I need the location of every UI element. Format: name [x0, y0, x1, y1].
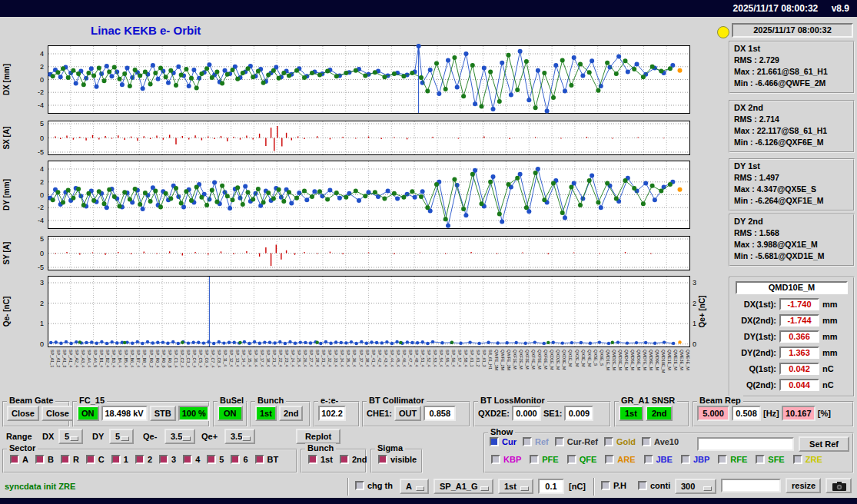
chg-th-checkbox[interactable]: chg th: [355, 481, 393, 490]
snsr-2nd-button[interactable]: 2nd: [646, 406, 673, 421]
stats-panel-dy-2nd: DY 2nd RMS : 1.568 Max : 3.988@QX1E_M Mi…: [729, 214, 855, 267]
bunch-2nd-button[interactable]: 2nd: [279, 406, 304, 421]
busel-on-button[interactable]: ON: [218, 406, 243, 421]
checkbox-c[interactable]: C: [86, 455, 105, 464]
checkbox-3[interactable]: 3: [159, 455, 176, 464]
stat-max: Max : 4.347@QX5E_S: [734, 184, 849, 195]
stats-panel-dy-1st: DY 1st RMS : 1.497 Max : 4.347@QX5E_S Mi…: [729, 158, 855, 211]
svg-text:3: 3: [40, 279, 44, 287]
svg-text:SP_34_4: SP_34_4: [340, 350, 344, 367]
ph-checkbox[interactable]: P.H: [601, 481, 626, 490]
range-qem-select[interactable]: 3.5: [164, 429, 195, 444]
bunch-1st-button[interactable]: 1st: [255, 406, 277, 421]
checkbox-zre[interactable]: ZRE: [793, 455, 822, 464]
qxd2e-value-readout: 0.000: [512, 406, 541, 421]
checkbox-label: B: [48, 455, 54, 464]
checkbox-label: visible: [390, 455, 417, 464]
checkbox-cur-ref[interactable]: Cur-Ref: [555, 437, 598, 446]
stat-rms: RMS : 2.714: [734, 114, 849, 125]
set-ref-button[interactable]: Set Ref: [799, 436, 849, 452]
svg-text:2: 2: [40, 300, 44, 307]
fc15-stb-button[interactable]: STB: [150, 406, 176, 421]
group-beam-gate: Beam Gate Close Close: [2, 401, 70, 427]
checkbox-label: KBP: [503, 455, 521, 464]
range-dx-select[interactable]: 5: [58, 429, 83, 444]
resize-button[interactable]: resize: [786, 478, 821, 493]
svg-text:QXF5E_M: QXF5E_M: [537, 350, 542, 370]
svg-text:QMD5E_M: QMD5E_M: [630, 350, 635, 371]
stat-min: Min : -6.126@QXF6E_M: [734, 137, 849, 148]
plot-dx: 420-2-4DX [mm]: [0, 45, 707, 114]
svg-text:QX5E_S: QX5E_S: [593, 350, 598, 366]
svg-text:QME4E_M: QME4E_M: [686, 350, 690, 370]
bpm-row-unit: mm: [822, 316, 838, 325]
fc15-percent-readout: 100 %: [178, 406, 209, 421]
svg-text:SP_C8_4: SP_C8_4: [217, 350, 221, 368]
group-label: FC_15: [77, 396, 107, 405]
replot-button[interactable]: Replot: [296, 429, 340, 444]
svg-text:SP_R0_6: SP_R0_6: [161, 350, 166, 368]
threshold-input[interactable]: 0.1: [538, 479, 564, 494]
checkbox-rfe[interactable]: RFE: [718, 455, 747, 464]
conti-checkbox[interactable]: conti: [638, 481, 670, 490]
checkbox-indicator: [159, 455, 168, 464]
svg-text:SP_52_4: SP_52_4: [427, 350, 431, 367]
checkbox-b[interactable]: B: [35, 455, 54, 464]
checkbox-pfe[interactable]: PFE: [530, 455, 558, 464]
snsr-1st-button[interactable]: 1st: [619, 406, 643, 421]
device-select[interactable]: SP_A1_G: [433, 479, 493, 494]
checkbox-indicator: [530, 455, 539, 464]
interval-select[interactable]: 300: [675, 479, 716, 494]
beam-gate-close-button-2[interactable]: Close: [42, 406, 74, 421]
checkbox-sfe[interactable]: SFE: [756, 455, 784, 464]
group-label: GR_A1 SNSR: [619, 396, 677, 405]
checkbox-bt[interactable]: BT: [255, 455, 279, 464]
che1-out-button[interactable]: OUT: [394, 406, 421, 421]
fc15-on-button[interactable]: ON: [77, 406, 99, 421]
checkbox-jbe[interactable]: JBE: [644, 455, 673, 464]
checkbox-5[interactable]: 5: [207, 455, 224, 464]
checkbox-ave10[interactable]: Ave10: [642, 437, 679, 446]
checkbox-indicator: [340, 455, 349, 464]
checkbox-label: Cur-Ref: [567, 437, 598, 446]
checkbox-qfe[interactable]: QFE: [567, 455, 597, 464]
checkbox-1st[interactable]: 1st: [308, 455, 333, 464]
svg-text:2: 2: [40, 178, 44, 186]
checkbox-cur[interactable]: Cur: [490, 437, 517, 446]
checkbox-r[interactable]: R: [61, 455, 79, 464]
svg-text:DY [mm]: DY [mm]: [2, 179, 11, 211]
bpm-row: DY(2nd): 1.363 mm: [733, 346, 850, 359]
svg-text:SP_R0_4: SP_R0_4: [155, 350, 160, 368]
bunch-select[interactable]: 1st: [498, 479, 533, 494]
svg-text:SP_51_4: SP_51_4: [420, 350, 425, 367]
range-dy-select[interactable]: 5: [109, 429, 134, 444]
beam-gate-close-button-1[interactable]: Close: [7, 406, 39, 421]
range-qep-select[interactable]: 3.5: [224, 429, 255, 444]
checkbox-are[interactable]: ARE: [605, 455, 635, 464]
checkbox-kbp[interactable]: KBP: [491, 455, 521, 464]
svg-text:0: 0: [40, 76, 44, 84]
checkbox-gold[interactable]: Gold: [604, 437, 636, 446]
checkbox-a[interactable]: A: [10, 455, 28, 464]
checkbox-4[interactable]: 4: [183, 455, 200, 464]
separator: [593, 478, 595, 496]
checkbox-ref[interactable]: Ref: [523, 437, 549, 446]
checkbox-visible[interactable]: visible: [378, 455, 417, 464]
checkbox-6[interactable]: 6: [231, 455, 247, 464]
checkbox-2nd[interactable]: 2nd: [340, 455, 367, 464]
checkbox-indicator: [135, 455, 144, 464]
checkbox-1[interactable]: 1: [111, 455, 128, 464]
bpm-readout-panel: QMD10E_M DX(1st): -1.740 mm DX(2nd): -1.…: [729, 277, 855, 397]
svg-text:SP_36_4: SP_36_4: [352, 350, 357, 367]
screenshot-button[interactable]: [825, 478, 852, 493]
misc-input[interactable]: [721, 479, 781, 492]
checkbox-indicator: [605, 455, 614, 464]
svg-text:SP_A2_4: SP_A2_4: [75, 350, 79, 367]
svg-text:QX1E_M: QX1E_M: [568, 350, 573, 367]
checkbox-2[interactable]: 2: [135, 455, 152, 464]
svg-text:SP_41_4: SP_41_4: [371, 350, 376, 367]
svg-text:QMD6E_M: QMD6E_M: [636, 350, 641, 371]
sector-select[interactable]: A: [400, 479, 429, 494]
ref-name-input[interactable]: [697, 437, 794, 451]
checkbox-jbp[interactable]: JBP: [681, 455, 709, 464]
